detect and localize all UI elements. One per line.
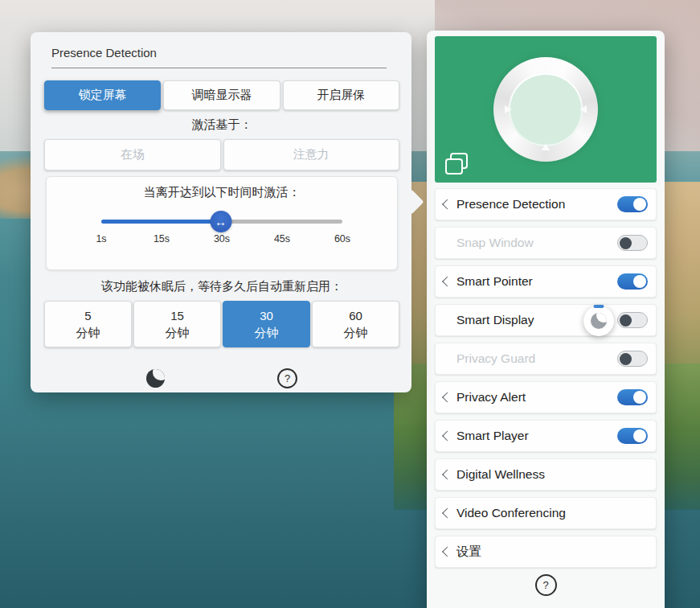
screensaver-button[interactable]: 开启屏保 bbox=[283, 80, 399, 110]
row-label: Presence Detection bbox=[456, 197, 565, 212]
duration-unit: 分钟 bbox=[76, 324, 100, 341]
row-label: Smart Player bbox=[456, 429, 529, 443]
logo-tooth bbox=[542, 68, 550, 76]
help-icon[interactable]: ? bbox=[277, 368, 297, 388]
row-label: 设置 bbox=[456, 544, 481, 561]
presence-detection-toggle[interactable] bbox=[617, 196, 648, 212]
page-title: Presence Detection bbox=[51, 39, 387, 68]
arrows-icon: ↔ bbox=[215, 215, 227, 228]
action-button-group: 锁定屏幕 调暗显示器 开启屏保 bbox=[44, 80, 399, 110]
dim-display-button[interactable]: 调暗显示器 bbox=[163, 80, 280, 110]
mode-button-group: 在场 注意力 bbox=[44, 139, 399, 170]
chevron-left-icon bbox=[442, 547, 452, 557]
duration-60min-button[interactable]: 60 分钟 bbox=[312, 301, 399, 347]
duration-15min-button[interactable]: 15 分钟 bbox=[133, 301, 221, 347]
brand-banner bbox=[435, 36, 657, 183]
duration-value: 15 bbox=[170, 307, 184, 324]
flyout-callout-arrow bbox=[399, 189, 424, 214]
privacy-guard-toggle[interactable] bbox=[617, 351, 648, 367]
duration-value: 60 bbox=[349, 307, 362, 324]
chevron-left-icon bbox=[442, 431, 452, 442]
away-time-slider[interactable]: ↔ bbox=[101, 220, 342, 224]
duration-value: 5 bbox=[84, 307, 91, 324]
flyout-footer: ? bbox=[44, 368, 399, 388]
tick-label: 30s bbox=[214, 233, 230, 244]
smart-pointer-toggle[interactable] bbox=[617, 273, 648, 290]
away-timer-group: 当离开达到以下时间时激活： ↔ 1s 15s 30s 45s 60s bbox=[46, 176, 398, 270]
row-label: Smart Pointer bbox=[456, 274, 533, 289]
slider-tick-labels: 1s 15s 30s 45s 60s bbox=[101, 233, 342, 246]
duration-button-group: 5 分钟 15 分钟 30 分钟 60 分钟 bbox=[44, 301, 399, 347]
chevron-left-icon bbox=[442, 470, 452, 480]
chevron-left-icon bbox=[442, 199, 452, 210]
presence-mode-button[interactable]: 在场 bbox=[44, 139, 221, 170]
logo-center bbox=[509, 72, 583, 146]
row-smart-display[interactable]: Smart Display bbox=[435, 304, 657, 336]
row-label: Smart Display bbox=[456, 313, 534, 327]
crescent-moon-icon bbox=[591, 313, 607, 329]
chevron-left-icon bbox=[442, 392, 452, 403]
sleep-moon-icon[interactable] bbox=[146, 369, 165, 388]
row-smart-player[interactable]: Smart Player bbox=[435, 420, 657, 452]
moon-cursor-icon bbox=[583, 306, 614, 336]
duration-5min-button[interactable]: 5 分钟 bbox=[44, 301, 132, 347]
tick-label: 15s bbox=[154, 233, 170, 244]
feature-list-panel: Presence Detection Snap Window Smart Poi… bbox=[427, 31, 665, 608]
moon-cursor-arc bbox=[594, 305, 604, 308]
duration-unit: 分钟 bbox=[255, 324, 279, 341]
snap-window-toggle[interactable] bbox=[617, 235, 648, 251]
presence-detection-flyout: Presence Detection 锁定屏幕 调暗显示器 开启屏保 激活基于：… bbox=[31, 32, 411, 392]
duration-unit: 分钟 bbox=[344, 324, 368, 341]
desktop: Presence Detection 锁定屏幕 调暗显示器 开启屏保 激活基于：… bbox=[0, 0, 700, 608]
duration-value: 30 bbox=[260, 307, 273, 324]
slider-handle[interactable]: ↔ bbox=[210, 211, 231, 232]
logo-tooth bbox=[579, 105, 587, 113]
lock-screen-button[interactable]: 锁定屏幕 bbox=[44, 80, 161, 110]
away-timer-label: 当离开达到以下时间时激活： bbox=[47, 185, 397, 200]
row-label: Snap Window bbox=[456, 236, 534, 250]
row-settings[interactable]: 设置 bbox=[435, 536, 657, 568]
tick-label: 1s bbox=[96, 233, 106, 244]
windows-copy-icon[interactable] bbox=[444, 152, 467, 175]
row-privacy-guard[interactable]: Privacy Guard bbox=[435, 343, 657, 375]
row-privacy-alert[interactable]: Privacy Alert bbox=[435, 381, 657, 413]
row-video-conferencing[interactable]: Video Conferencing bbox=[435, 497, 657, 529]
chevron-left-icon bbox=[442, 277, 452, 287]
tick-label: 45s bbox=[274, 233, 290, 244]
feature-rows: Presence Detection Snap Window Smart Poi… bbox=[435, 188, 657, 568]
duration-unit: 分钟 bbox=[166, 324, 190, 341]
row-label: Digital Wellness bbox=[456, 467, 545, 482]
help-icon[interactable]: ? bbox=[535, 574, 557, 596]
logo-tooth bbox=[505, 105, 512, 113]
smart-display-toggle[interactable] bbox=[617, 312, 648, 328]
row-label: Privacy Guard bbox=[456, 351, 535, 366]
row-snap-window[interactable]: Snap Window bbox=[435, 227, 657, 259]
activate-based-on-label: 激活基于： bbox=[44, 117, 399, 133]
logo-tooth bbox=[542, 143, 550, 150]
privacy-alert-toggle[interactable] bbox=[617, 389, 648, 405]
chevron-left-icon bbox=[442, 508, 452, 519]
reactivate-label: 该功能被休眠后，等待多久后自动重新启用： bbox=[44, 279, 399, 294]
aperture-logo-icon bbox=[493, 57, 598, 162]
row-label: Privacy Alert bbox=[456, 390, 526, 405]
row-label: Video Conferencing bbox=[456, 506, 566, 520]
row-digital-wellness[interactable]: Digital Wellness bbox=[435, 458, 657, 491]
row-smart-pointer[interactable]: Smart Pointer bbox=[435, 265, 657, 298]
attention-mode-button[interactable]: 注意力 bbox=[223, 139, 400, 170]
duration-30min-button[interactable]: 30 分钟 bbox=[223, 301, 310, 347]
panel-footer: ? bbox=[435, 574, 657, 596]
row-presence-detection[interactable]: Presence Detection bbox=[435, 188, 657, 220]
tick-label: 60s bbox=[334, 233, 350, 244]
smart-player-toggle[interactable] bbox=[617, 428, 648, 444]
